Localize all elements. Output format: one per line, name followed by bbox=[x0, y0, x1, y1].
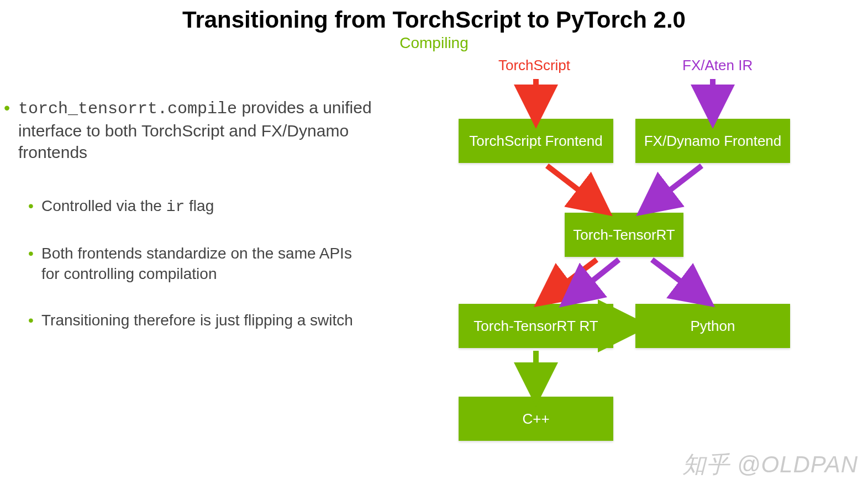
slide-title: Transitioning from TorchScript to PyTorc… bbox=[0, 7, 868, 33]
bullet-sub2: Both frontends standardize on the same A… bbox=[28, 244, 373, 284]
box-fx-dynamo-frontend: FX/Dynamo Frontend bbox=[635, 119, 790, 163]
flow-diagram: TorchScript FX/Aten IR TorchScript Front… bbox=[376, 52, 856, 483]
box-torch-tensorrt-rt: Torch-TensorRT RT bbox=[459, 304, 613, 348]
bullet-sub1: Controlled via the ir flag bbox=[28, 196, 373, 217]
label-fx-aten: FX/Aten IR bbox=[682, 57, 753, 74]
bullet-sub1-pre: Controlled via the bbox=[41, 197, 166, 214]
arrow-fxfe-to-trt bbox=[649, 166, 702, 206]
box-cpp: C++ bbox=[459, 397, 613, 441]
bullet-sub1-post: flag bbox=[185, 197, 214, 214]
bullet-content: torch_tensorrt.compile provides a unifie… bbox=[3, 97, 373, 357]
box-python: Python bbox=[635, 304, 790, 348]
code-compile: torch_tensorrt.compile bbox=[18, 99, 237, 118]
label-torchscript: TorchScript bbox=[498, 57, 570, 74]
arrow-trt-to-rt-red bbox=[547, 260, 597, 297]
watermark: 知乎 @OLDPAN bbox=[682, 449, 858, 480]
bullet-sub3: Transitioning therefore is just flipping… bbox=[28, 310, 373, 330]
arrow-trt-to-python bbox=[652, 260, 702, 297]
code-ir: ir bbox=[166, 198, 185, 215]
box-torchscript-frontend: TorchScript Frontend bbox=[459, 119, 613, 163]
sub-bullet-list: Controlled via the ir flag Both frontend… bbox=[3, 196, 373, 331]
arrow-trt-to-rt-purple bbox=[572, 260, 619, 297]
slide-root: Transitioning from TorchScript to PyTorc… bbox=[0, 0, 868, 490]
box-torch-tensorrt: Torch-TensorRT bbox=[565, 213, 683, 257]
bullet-main: torch_tensorrt.compile provides a unifie… bbox=[3, 97, 373, 163]
arrows-layer bbox=[376, 52, 856, 483]
slide-subtitle: Compiling bbox=[0, 34, 868, 52]
arrow-tsfe-to-trt bbox=[547, 166, 599, 206]
